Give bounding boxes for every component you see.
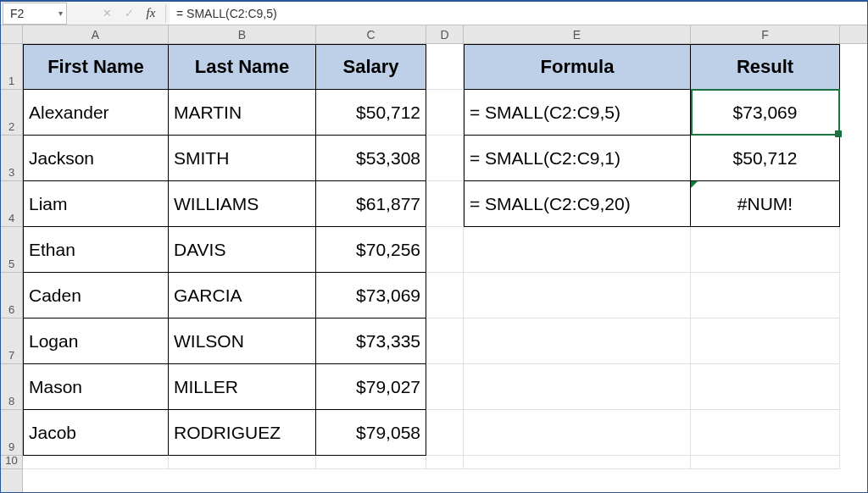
column-header[interactable]: A [23, 25, 169, 43]
cell-first[interactable]: Jacob [23, 410, 169, 456]
row-header[interactable]: 8 [1, 364, 22, 410]
cell-last[interactable]: RODRIGUEZ [169, 410, 316, 456]
row-header[interactable]: 6 [1, 273, 22, 319]
cell-salary[interactable]: $53,308 [316, 136, 426, 181]
cell-empty[interactable] [426, 90, 464, 136]
header-salary[interactable]: Salary [316, 44, 426, 90]
cell-last[interactable]: SMITH [169, 136, 316, 181]
row-headers: 1 2 3 4 5 6 7 8 9 10 [1, 25, 23, 493]
table-row [23, 456, 867, 469]
cell-empty[interactable] [169, 456, 316, 469]
name-box-value: F2 [10, 7, 24, 20]
column-header[interactable]: C [316, 25, 426, 43]
cancel-icon[interactable]: ✕ [96, 3, 118, 25]
cell-empty[interactable] [464, 456, 691, 469]
cell-salary[interactable]: $73,069 [316, 273, 426, 319]
cell-last[interactable]: MILLER [169, 364, 316, 410]
cell-result[interactable]: $50,712 [691, 136, 840, 181]
cell-first[interactable]: Caden [23, 273, 169, 319]
cell-last[interactable]: DAVIS [169, 227, 316, 273]
cell-empty[interactable] [426, 319, 464, 364]
cell-empty[interactable] [316, 456, 426, 469]
cell-salary[interactable]: $61,877 [316, 181, 426, 227]
table-row: Alexander MARTIN $50,712 = SMALL(C2:C9,5… [23, 90, 867, 136]
cell-empty[interactable] [691, 319, 840, 364]
cell-empty[interactable] [691, 273, 840, 319]
cell-first[interactable]: Logan [23, 319, 169, 364]
row-header[interactable]: 5 [1, 227, 22, 273]
cell-empty[interactable] [691, 410, 840, 456]
cell-empty[interactable] [691, 456, 840, 469]
cell-salary[interactable]: $50,712 [316, 90, 426, 136]
table-row: Ethan DAVIS $70,256 [23, 227, 867, 273]
cell-empty[interactable] [464, 410, 691, 456]
cell-empty[interactable] [426, 227, 464, 273]
column-headers: A B C D E F [23, 25, 867, 44]
row-header[interactable]: 1 [1, 44, 22, 90]
cell-salary[interactable]: $73,335 [316, 319, 426, 364]
name-box[interactable]: F2 ▾ [3, 3, 67, 25]
row-header[interactable]: 7 [1, 319, 22, 364]
cell-salary[interactable]: $79,027 [316, 364, 426, 410]
row-header[interactable]: 4 [1, 181, 22, 227]
header-last-name[interactable]: Last Name [169, 44, 316, 90]
name-box-dropdown-icon[interactable]: ▾ [58, 8, 63, 18]
table-row: Mason MILLER $79,027 [23, 364, 867, 410]
cell-result-active[interactable]: $73,069 [691, 90, 840, 136]
column-header[interactable]: F [691, 25, 840, 43]
cell-empty[interactable] [426, 181, 464, 227]
cell-empty[interactable] [426, 364, 464, 410]
table-row: Liam WILLIAMS $61,877 = SMALL(C2:C9,20) … [23, 181, 867, 227]
cell-formula[interactable]: = SMALL(C2:C9,20) [464, 181, 691, 227]
row-header[interactable]: 9 [1, 410, 22, 456]
cell-salary[interactable]: $79,058 [316, 410, 426, 456]
cell-empty[interactable] [426, 456, 464, 469]
cell-empty[interactable] [426, 273, 464, 319]
cell-first[interactable]: Alexander [23, 90, 169, 136]
header-first-name[interactable]: First Name [23, 44, 169, 90]
cell-last[interactable]: MARTIN [169, 90, 316, 136]
cell-last[interactable]: WILLIAMS [169, 181, 316, 227]
formula-input[interactable]: = SMALL(C2:C9,5) [170, 3, 867, 25]
column-header[interactable]: B [169, 25, 316, 43]
row-header[interactable]: 10 [1, 456, 22, 469]
cell-empty[interactable] [691, 364, 840, 410]
cell-formula[interactable]: = SMALL(C2:C9,5) [464, 90, 691, 136]
header-formula[interactable]: Formula [464, 44, 691, 90]
cell-result-error[interactable]: #NUM! [691, 181, 840, 227]
cell-empty[interactable] [464, 227, 691, 273]
rows: First Name Last Name Salary Formula Resu… [23, 44, 867, 469]
spreadsheet: 1 2 3 4 5 6 7 8 9 10 A B C D E F First N… [1, 25, 867, 493]
table-row: Caden GARCIA $73,069 [23, 273, 867, 319]
cell-first[interactable]: Mason [23, 364, 169, 410]
cell-last[interactable]: WILSON [169, 319, 316, 364]
table-row: Jacob RODRIGUEZ $79,058 [23, 410, 867, 456]
column-header[interactable]: E [464, 25, 691, 43]
cell-first[interactable]: Jackson [23, 136, 169, 181]
cell-salary[interactable]: $70,256 [316, 227, 426, 273]
confirm-icon[interactable]: ✓ [118, 3, 140, 25]
cell-result-error-text: #NUM! [737, 194, 793, 214]
cell-last[interactable]: GARCIA [169, 273, 316, 319]
row-header[interactable]: 2 [1, 90, 22, 136]
cell-empty[interactable] [691, 227, 840, 273]
formula-bar: F2 ▾ ✕ ✓ fx = SMALL(C2:C9,5) [1, 2, 867, 25]
cell-empty[interactable] [426, 136, 464, 181]
header-result[interactable]: Result [691, 44, 840, 90]
table-row: First Name Last Name Salary Formula Resu… [23, 44, 867, 90]
cell-empty[interactable] [426, 410, 464, 456]
select-all-corner[interactable] [1, 25, 22, 44]
cell-first[interactable]: Liam [23, 181, 169, 227]
table-row: Jackson SMITH $53,308 = SMALL(C2:C9,1) $… [23, 136, 867, 181]
cell-empty[interactable] [23, 456, 169, 469]
insert-function-button[interactable]: fx [140, 3, 162, 25]
cell-empty[interactable] [464, 319, 691, 364]
column-header[interactable]: D [426, 25, 464, 43]
cell-empty[interactable] [464, 273, 691, 319]
error-indicator-icon[interactable] [691, 181, 698, 188]
cell-empty[interactable] [464, 364, 691, 410]
row-header[interactable]: 3 [1, 136, 22, 181]
cell-empty[interactable] [426, 44, 464, 90]
cell-formula[interactable]: = SMALL(C2:C9,1) [464, 136, 691, 181]
cell-first[interactable]: Ethan [23, 227, 169, 273]
